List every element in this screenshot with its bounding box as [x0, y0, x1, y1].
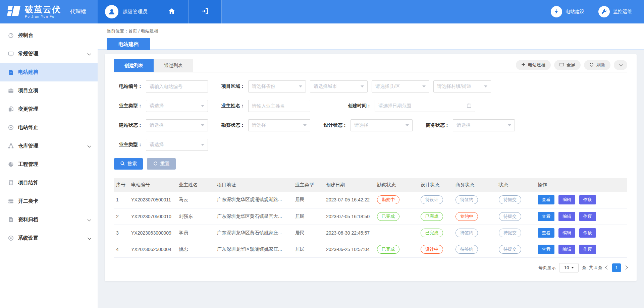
business-status-badge: 待签约	[455, 229, 478, 237]
edit-button[interactable]: 编辑	[558, 228, 575, 238]
cell-address: 广东深圳龙华区观澜镇观湖路...	[215, 192, 293, 208]
monitor-icon	[8, 51, 14, 57]
view-button[interactable]: 查看	[538, 212, 554, 221]
caret-down-icon	[201, 124, 204, 126]
wrench-icon	[598, 6, 610, 17]
cell-address: 广东深圳龙华区观澜镇姚家庄...	[215, 241, 293, 257]
filter-row-1: 电站编号： 项目区域： 请选择省份 请选择城市 请选择县/区	[114, 80, 627, 93]
toolbar: 电站建档 全屏 刷新	[516, 60, 627, 72]
topbar: 破茧云伏 Po Jian Yun Fu 代理端 超级管理员	[0, 0, 644, 23]
business-state-select[interactable]: 请选择	[453, 119, 515, 131]
sidebar-item-change-mgmt[interactable]: 变更管理	[0, 100, 98, 118]
edit-button[interactable]: 编辑	[558, 245, 575, 254]
survey-state-placeholder: 请选择	[252, 122, 266, 128]
per-page-value: 10	[564, 265, 569, 270]
cell-address: 广东深圳龙华区黄石镇姚家庄...	[215, 225, 293, 241]
owner-name-input[interactable]	[252, 103, 307, 109]
design-state-label: 设计状态：	[319, 122, 351, 128]
cell-survey-empty	[375, 225, 419, 241]
province-select[interactable]: 请选择省份	[248, 80, 306, 93]
brand-subtitle: Po Jian Yun Fu	[25, 15, 61, 18]
sidebar-item-label: 工程管理	[18, 161, 38, 168]
nav-station-construction[interactable]: 电站建设	[551, 6, 584, 17]
design-status-badge: 设计中	[421, 245, 443, 254]
nav-monitoring-ops[interactable]: 监控运维	[598, 6, 632, 17]
edit-button[interactable]: 编辑	[558, 212, 575, 221]
page-number-current[interactable]: 1	[612, 263, 621, 272]
sidebar-item-general-mgmt[interactable]: 常规管理	[0, 45, 98, 63]
created-time-label: 创建时间：	[343, 103, 375, 109]
tab-approved-list[interactable]: 通过列表	[154, 59, 193, 72]
town-select[interactable]: 请选择村镇/街道	[433, 80, 491, 93]
build-state-label: 建站状态：	[114, 122, 146, 128]
brand-logo[interactable]: 破茧云伏 Po Jian Yun Fu 代理端	[0, 0, 98, 23]
nav-label: 监控运维	[613, 9, 632, 15]
city-select[interactable]: 请选择城市	[310, 80, 368, 93]
page-tab-station-archive[interactable]: 电站建档	[107, 38, 150, 50]
province-select-placeholder: 请选择省份	[252, 83, 275, 89]
sidebar-item-engineering-mgmt[interactable]: 工程管理	[0, 155, 98, 174]
card-icon	[8, 198, 14, 204]
sidebar-item-system-settings[interactable]: 系统设置	[0, 229, 98, 247]
home-button[interactable]	[155, 0, 189, 23]
void-button[interactable]: 作废	[579, 212, 596, 221]
survey-state-select[interactable]: 请选择	[248, 119, 310, 131]
collapse-button[interactable]	[614, 60, 627, 70]
chevron-down-icon	[88, 236, 91, 239]
prev-page-button[interactable]	[605, 265, 609, 270]
chevron-down-icon	[88, 217, 91, 221]
sidebar-item-data-archive[interactable]: 资料归档	[0, 210, 98, 229]
void-button[interactable]: 作废	[579, 195, 596, 204]
sidebar-item-console[interactable]: 控制台	[0, 26, 98, 45]
breadcrumb-path[interactable]: 首页 / 电站建档	[128, 28, 158, 34]
breadcrumb: 当前位置：首页 / 电站建档	[98, 23, 644, 34]
void-button[interactable]: 作废	[579, 245, 596, 254]
create-station-button[interactable]: 电站建档	[516, 60, 551, 70]
design-status-badge: 已完成	[421, 229, 443, 237]
view-button[interactable]: 查看	[538, 195, 554, 204]
sidebar-item-warehouse-mgmt[interactable]: 仓库管理	[0, 137, 98, 155]
cell-code: YX2023070500010	[129, 208, 177, 225]
edit-button[interactable]: 编辑	[558, 195, 575, 204]
owner-type-select[interactable]: 请选择	[146, 100, 208, 112]
sidebar-item-project-settlement[interactable]: 项目结算	[0, 174, 98, 192]
brand-divider	[66, 7, 66, 16]
sidebar-item-station-termination[interactable]: 电站终止	[0, 118, 98, 137]
date-range-input[interactable]: 请选择日期范围	[375, 100, 475, 112]
station-code-input[interactable]	[150, 84, 204, 89]
sidebar-item-label: 资料归档	[18, 217, 38, 223]
caret-down-icon	[406, 124, 409, 126]
logout-button[interactable]	[189, 0, 222, 23]
fullscreen-button[interactable]: 全屏	[554, 60, 581, 70]
owner-type-label: 业主类型：	[114, 103, 146, 109]
owner-type2-placeholder: 请选择	[150, 142, 164, 148]
next-page-button[interactable]	[624, 265, 628, 270]
filter-row-2: 业主类型： 请选择 业主姓名： 创建时间： 请选择日期范围	[114, 100, 627, 112]
sidebar-item-station-archive[interactable]: 电站建档	[0, 63, 98, 81]
view-button[interactable]: 查看	[538, 245, 554, 254]
sidebar-item-project-initiation[interactable]: 项目立项	[0, 81, 98, 100]
owner-type2-label: 业主类型：	[114, 142, 146, 148]
sidebar-item-label: 电站建档	[18, 69, 38, 75]
design-status-badge: 待设计	[421, 195, 443, 204]
calculator-icon	[8, 180, 14, 186]
refresh-button[interactable]: 刷新	[584, 60, 610, 70]
search-button[interactable]: 搜索	[114, 158, 143, 170]
sidebar-item-label: 项目立项	[18, 87, 38, 94]
col-code: 电站编号	[129, 178, 177, 192]
void-button[interactable]: 作废	[579, 228, 596, 238]
station-code-input-wrap	[146, 80, 208, 93]
county-select[interactable]: 请选择县/区	[372, 80, 429, 93]
per-page-select[interactable]: 10	[559, 263, 579, 272]
brand-name: 破茧云伏	[25, 5, 61, 14]
tab-create-list[interactable]: 创建列表	[114, 59, 154, 72]
reset-button[interactable]: 重置	[147, 158, 176, 170]
design-state-placeholder: 请选择	[354, 122, 368, 128]
design-state-select[interactable]: 请选择	[351, 119, 413, 131]
owner-type2-select[interactable]: 请选择	[146, 139, 208, 151]
build-state-select[interactable]: 请选择	[146, 119, 208, 131]
sidebar-item-tier2-card[interactable]: 开二类卡	[0, 192, 98, 210]
avatar	[105, 5, 118, 18]
view-button[interactable]: 查看	[538, 228, 554, 238]
user-menu[interactable]: 超级管理员	[98, 0, 155, 23]
